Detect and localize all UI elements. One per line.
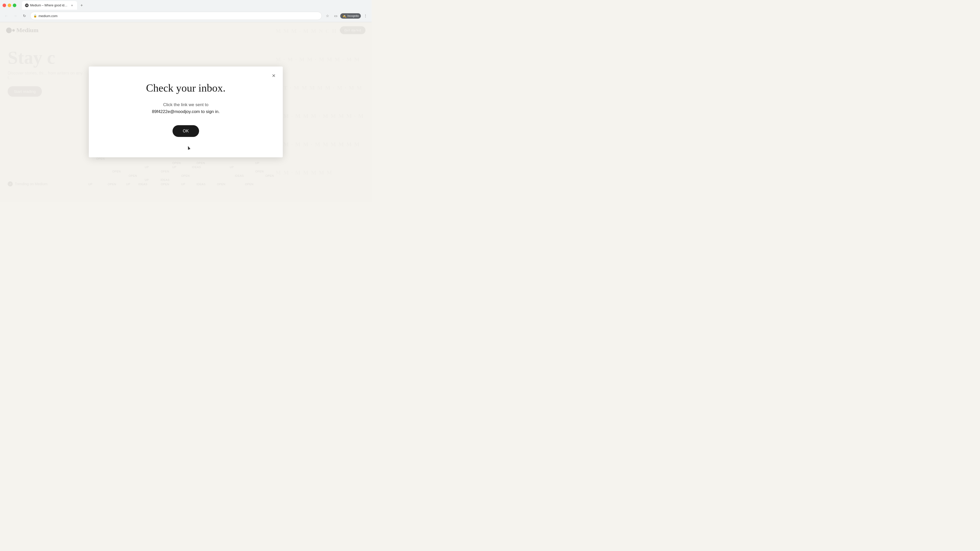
browser-chrome: M Medium – Where good ideas fi... ✕ + ← … [0, 0, 372, 22]
title-bar: M Medium – Where good ideas fi... ✕ + [0, 0, 372, 11]
new-tab-button[interactable]: + [78, 2, 85, 9]
refresh-button[interactable]: ↻ [21, 12, 28, 19]
tab-bar: M Medium – Where good ideas fi... ✕ + [19, 1, 88, 10]
check-inbox-modal: ✕ Check your inbox. Click the link we se… [89, 67, 283, 157]
tab-close-button[interactable]: ✕ [70, 3, 74, 7]
incognito-badge: 🕵️ Incognito [340, 13, 361, 19]
window-controls [3, 3, 16, 7]
address-bar[interactable]: 🔒 medium.com [30, 12, 322, 20]
sidebar-button[interactable]: ▭ [332, 12, 339, 19]
back-button[interactable]: ← [3, 12, 10, 19]
modal-title: Check your inbox. [146, 82, 225, 94]
window-minimize-button[interactable] [8, 3, 11, 7]
incognito-label: Incognito [347, 14, 359, 17]
lock-icon: 🔒 [33, 14, 37, 17]
modal-body: Click the link we sent to 89f4222e@moodj… [152, 101, 220, 115]
modal-body-line1: Click the link we sent to [163, 102, 208, 107]
forward-button[interactable]: → [12, 12, 19, 19]
modal-email: 89f4222e@moodjoy.com to sign in. [152, 109, 220, 114]
window-maximize-button[interactable] [13, 3, 16, 7]
modal-close-button[interactable]: ✕ [269, 72, 278, 80]
menu-button[interactable]: ⋮ [362, 12, 369, 19]
modal-ok-button[interactable]: OK [172, 125, 199, 137]
active-tab[interactable]: M Medium – Where good ideas fi... ✕ [22, 1, 77, 10]
window-close-button[interactable] [3, 3, 6, 7]
address-bar-row: ← → ↻ 🔒 medium.com ☆ ▭ 🕵️ Incognito ⋮ [0, 11, 372, 22]
tab-title: Medium – Where good ideas fi... [30, 3, 68, 7]
url-text: medium.com [38, 14, 57, 18]
page-content: Medium Get started Stay c Discover stori… [0, 22, 372, 202]
toolbar-right: ☆ ▭ 🕵️ Incognito ⋮ [324, 12, 369, 19]
tab-favicon-icon: M [25, 3, 29, 7]
bookmark-button[interactable]: ☆ [324, 12, 331, 19]
